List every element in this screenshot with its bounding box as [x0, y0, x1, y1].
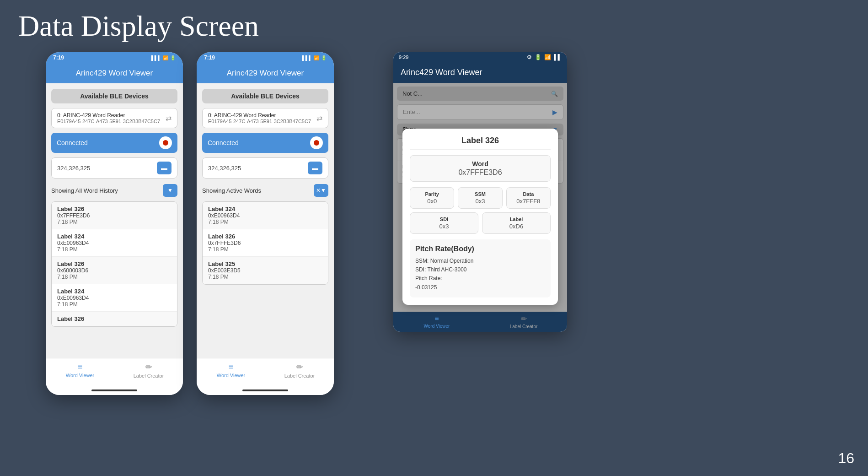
app-header-2: Arinc429 Word Viewer: [197, 63, 334, 83]
status-time-2: 7:19: [204, 54, 215, 61]
connected-row-2: Connected: [202, 133, 328, 153]
word-item-2-0[interactable]: Label 324 0xE00963D4 7:18 PM: [203, 202, 328, 229]
word-item-1-1[interactable]: Label 324 0xE00963D4 7:18 PM: [52, 229, 177, 257]
labels-filter-btn-1[interactable]: ▬: [157, 162, 171, 174]
field-sdi: SDI 0x3: [410, 212, 478, 234]
battery-icon-3: 🔋: [535, 54, 541, 60]
phone-screen-2: DEBUG 7:19 ▌▌▌ 📶 🔋 Arinc429 Word Viewer …: [197, 52, 334, 395]
android-status-icons: ⚙ 🔋 📶 ▌▌: [527, 54, 562, 60]
device-info-1: 0: ARINC-429 Word Reader E0179A45-247C-A…: [57, 112, 166, 124]
ble-section-btn-2[interactable]: Available BLE Devices: [202, 89, 328, 103]
phone-screen-1: DEBUG 7:19 ▌▌▌ 📶 🔋 Arinc429 Word Viewer …: [46, 52, 183, 395]
home-indicator-2: [197, 386, 334, 395]
android-nav-label-creator[interactable]: ✏ Label Creator: [480, 314, 567, 329]
modal-title: Label 326: [410, 136, 551, 150]
field-data: Data 0x7FFF8: [506, 187, 551, 209]
connect-icon-1[interactable]: ⇄: [166, 114, 171, 123]
word-item-2-1[interactable]: Label 326 0x7FFFE3D6 7:18 PM: [203, 229, 328, 257]
status-bar-2: 7:19 ▌▌▌ 📶 🔋: [197, 52, 334, 63]
android-status-bar: 9:29 ⚙ 🔋 📶 ▌▌: [393, 52, 567, 62]
word-item-1-3[interactable]: Label 324 0xE00963D4 7:18 PM: [52, 284, 177, 312]
android-label-creator-icon: ✏: [521, 314, 527, 323]
connected-label-1: Connected: [57, 139, 88, 146]
page-title: Data Display Screen: [0, 0, 868, 52]
device-name-2: 0: ARINC-429 Word Reader: [208, 112, 316, 119]
ble-section-btn-1[interactable]: Available BLE Devices: [51, 89, 177, 103]
field-parity: Parity 0x0: [410, 187, 454, 209]
show-row-2: Showing Active Words ✕▼: [202, 183, 328, 198]
record-button-2[interactable]: [310, 136, 323, 149]
labels-filter-row-2: 324,326,325 ▬: [202, 157, 328, 178]
label-creator-icon-1: ✏: [145, 362, 152, 372]
screens-container: DEBUG 7:19 ▌▌▌ 📶 🔋 Arinc429 Word Viewer …: [0, 52, 868, 395]
word-fields-2col: SDI 0x3 Label 0xD6: [410, 212, 551, 234]
word-item-1-4[interactable]: Label 326: [52, 312, 177, 326]
pitch-sdi: SDI: Third AHC-3000: [415, 265, 545, 274]
connect-icon-2[interactable]: ⇄: [316, 114, 322, 123]
pitch-title: Pitch Rate(Body): [415, 245, 545, 253]
android-bg-content: Not C... 🔍 Ente... ▶ Show... ▼ Labe... 0…: [393, 83, 567, 312]
device-info-2: 0: ARINC-429 Word Reader E0179A45-247C-A…: [208, 112, 316, 124]
nav-label-creator-2[interactable]: ✏ Label Creator: [265, 362, 334, 379]
phone-screen-3: DEBUG 9:29 ⚙ 🔋 📶 ▌▌ Arinc429 Word Viewer…: [393, 52, 567, 332]
signal-icon-2: ▌▌▌: [302, 55, 312, 60]
labels-filter-btn-2[interactable]: ▬: [308, 162, 322, 174]
android-nav-word-viewer[interactable]: ≡ Word Viewer: [393, 314, 480, 329]
word-fields-3col: Parity 0x0 SSM 0x3 Data 0x7FFF8: [410, 187, 551, 209]
android-app-header: Arinc429 Word Viewer: [393, 62, 567, 83]
word-viewer-icon-1: ≡: [78, 362, 83, 372]
home-indicator-1: [46, 386, 183, 395]
show-label-1: Showing All Word History: [51, 187, 118, 194]
device-item-2: 0: ARINC-429 Word Reader E0179A45-247C-A…: [202, 108, 328, 128]
bottom-nav-1: ≡ Word Viewer ✏ Label Creator: [46, 358, 183, 386]
word-display-label: Word: [415, 160, 546, 168]
wifi-icon-3: 📶: [544, 54, 551, 60]
show-filter-btn-1[interactable]: ▼: [163, 184, 177, 197]
app-content-2: Available BLE Devices 0: ARINC-429 Word …: [197, 83, 334, 358]
word-display: Word 0x7FFFE3D6: [410, 155, 551, 182]
device-mac-2: E0179A45-247C-A473-5E91-3C2B3B47C5C7: [208, 119, 316, 124]
nav-word-viewer-1[interactable]: ≡ Word Viewer: [46, 362, 114, 379]
word-item-1-0[interactable]: Label 326 0x7FFFE3D6 7:18 PM: [52, 202, 177, 229]
device-mac-1: E0179A45-247C-A473-5E91-3C2B3B47C5C7: [57, 119, 166, 124]
android-bottom-nav: ≡ Word Viewer ✏ Label Creator: [393, 312, 567, 332]
show-label-2: Showing Active Words: [202, 187, 261, 194]
labels-text-1: 324,326,325: [57, 165, 90, 172]
labels-text-2: 324,326,325: [208, 165, 241, 172]
record-dot-2: [314, 140, 319, 146]
label-creator-icon-2: ✏: [296, 362, 303, 372]
page-number: 16: [838, 450, 854, 467]
show-filter-btn-2[interactable]: ✕▼: [314, 184, 328, 197]
wifi-icon-2: 📶: [314, 55, 319, 60]
bottom-nav-2: ≡ Word Viewer ✏ Label Creator: [197, 358, 334, 386]
word-list-1: Label 326 0x7FFFE3D6 7:18 PM Label 324 0…: [51, 201, 177, 327]
filter-x-icon: ✕▼: [316, 187, 326, 194]
settings-icon: ⚙: [527, 54, 532, 60]
status-time-1: 7:19: [53, 54, 64, 61]
app-content-1: Available BLE Devices 0: ARINC-429 Word …: [46, 83, 183, 358]
word-item-2-2[interactable]: Label 325 0xE003E3D5 7:18 PM: [203, 257, 328, 284]
record-dot-1: [163, 140, 168, 146]
pitch-info: SSM: Normal Operation SDI: Third AHC-300…: [415, 257, 545, 292]
connected-row-1: Connected: [51, 133, 177, 153]
nav-label-creator-1[interactable]: ✏ Label Creator: [114, 362, 183, 379]
android-word-viewer-icon: ≡: [434, 314, 439, 323]
record-button-1[interactable]: [159, 136, 172, 149]
battery-icon-1: 🔋: [170, 55, 176, 60]
pitch-rate-label: Pitch Rate:: [415, 274, 545, 283]
battery-icon-2: 🔋: [321, 55, 327, 60]
status-bar-1: 7:19 ▌▌▌ 📶 🔋: [46, 52, 183, 63]
word-display-value: 0x7FFFE3D6: [415, 168, 546, 177]
nav-word-viewer-2[interactable]: ≡ Word Viewer: [197, 362, 265, 379]
word-item-1-2[interactable]: Label 326 0x600003D6 7:18 PM: [52, 257, 177, 284]
home-bar-1: [91, 389, 137, 391]
android-time: 9:29: [399, 54, 408, 60]
app-header-1: Arinc429 Word Viewer: [46, 63, 183, 83]
status-icons-1: ▌▌▌ 📶 🔋: [151, 55, 176, 60]
status-icons-2: ▌▌▌ 📶 🔋: [302, 55, 327, 60]
connected-label-2: Connected: [208, 139, 239, 146]
home-bar-2: [242, 389, 288, 391]
labels-filter-row-1: 324,326,325 ▬: [51, 157, 177, 178]
wifi-icon-1: 📶: [163, 55, 168, 60]
signal-icon-1: ▌▌▌: [151, 55, 161, 60]
